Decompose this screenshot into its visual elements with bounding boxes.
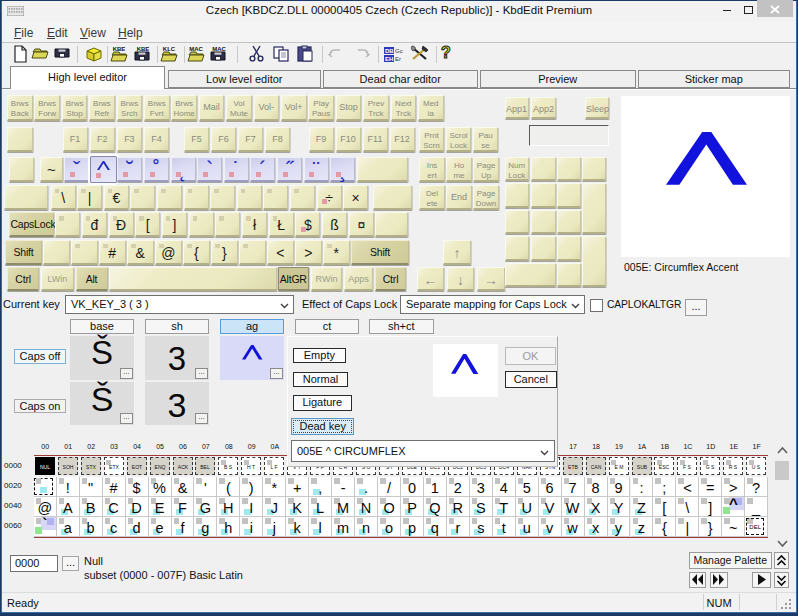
svg-text:MAC: MAC: [189, 46, 203, 52]
svg-text:KBE: KBE: [137, 46, 150, 52]
svg-text:KLC: KLC: [163, 46, 176, 52]
svg-text:Er: Er: [395, 56, 401, 62]
svg-text:MAC: MAC: [212, 46, 226, 52]
svg-text:KBE: KBE: [113, 46, 126, 52]
svg-text:DB: DB: [385, 48, 394, 54]
svg-text:EH: EH: [385, 56, 393, 62]
svg-text:Gc: Gc: [395, 48, 403, 54]
